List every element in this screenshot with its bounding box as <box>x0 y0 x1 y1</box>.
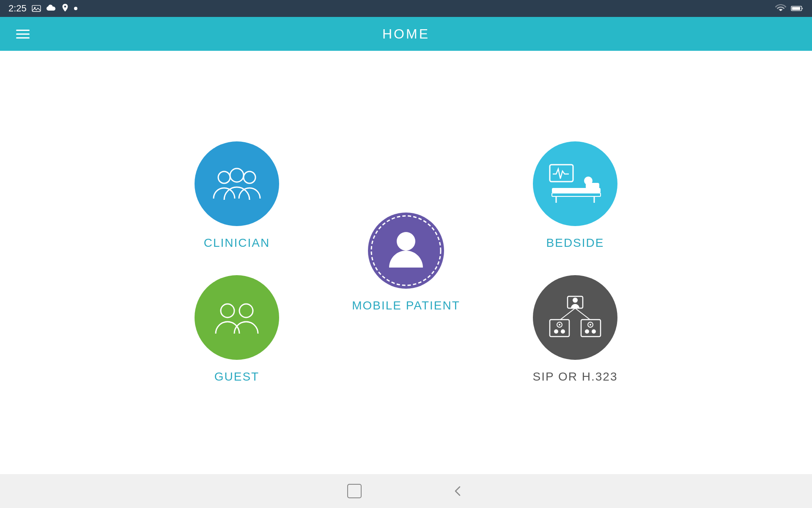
hamburger-menu[interactable] <box>13 26 33 42</box>
svg-line-20 <box>560 308 575 320</box>
mobile-patient-label: MOBILE PATIENT <box>352 299 460 312</box>
cloud-icon <box>46 5 56 12</box>
bedside-icon <box>548 163 603 205</box>
sip-icon <box>548 294 603 341</box>
svg-point-31 <box>590 324 591 326</box>
mobile-patient-circle <box>368 213 444 289</box>
sip-label: SIP OR H.323 <box>533 370 618 384</box>
svg-rect-3 <box>792 7 800 10</box>
sip-circle <box>533 275 617 360</box>
main-content: CLINICIAN MOBILE PATIENT <box>0 51 812 474</box>
svg-line-21 <box>575 308 590 320</box>
svg-rect-32 <box>348 484 361 498</box>
bedside-circle <box>533 141 617 226</box>
clinician-circle <box>195 141 279 226</box>
nav-bar: HOME <box>0 17 812 51</box>
svg-point-6 <box>230 168 244 182</box>
clinician-label: CLINICIAN <box>204 236 270 250</box>
clinician-icon <box>211 163 262 205</box>
bottom-bar <box>0 474 812 508</box>
svg-point-26 <box>561 329 565 334</box>
svg-rect-13 <box>552 193 601 196</box>
svg-point-16 <box>221 304 234 318</box>
battery-icon <box>791 5 804 12</box>
options-grid: CLINICIAN MOBILE PATIENT <box>152 141 660 384</box>
guest-icon <box>211 296 262 339</box>
home-button[interactable] <box>345 482 364 500</box>
svg-point-5 <box>244 171 255 183</box>
time-display: 2:25 <box>8 3 27 14</box>
nav-title: HOME <box>382 26 430 42</box>
svg-point-29 <box>592 329 596 334</box>
image-icon <box>32 5 41 12</box>
status-right <box>775 4 804 13</box>
bedside-option[interactable]: BEDSIDE <box>533 141 617 250</box>
sip-option[interactable]: SIP OR H.323 <box>533 275 618 384</box>
back-button[interactable] <box>448 482 467 500</box>
location-icon <box>61 4 69 13</box>
svg-point-8 <box>397 232 415 251</box>
svg-point-19 <box>573 298 578 303</box>
clinician-option[interactable]: CLINICIAN <box>195 141 279 250</box>
svg-point-12 <box>584 177 593 185</box>
guest-option[interactable]: GUEST <box>195 275 279 384</box>
dot-indicator <box>74 7 77 10</box>
mobile-patient-option[interactable]: MOBILE PATIENT <box>352 213 460 312</box>
svg-point-24 <box>559 324 560 326</box>
svg-point-25 <box>554 329 558 334</box>
status-bar: 2:25 <box>0 0 812 17</box>
back-arrow-icon <box>451 485 464 497</box>
svg-point-4 <box>218 171 230 183</box>
svg-rect-0 <box>32 6 41 11</box>
bedside-label: BEDSIDE <box>546 236 604 250</box>
home-square-icon <box>346 483 363 500</box>
status-left: 2:25 <box>8 3 77 14</box>
guest-label: GUEST <box>214 370 259 384</box>
svg-point-28 <box>585 329 589 334</box>
guest-circle <box>195 275 279 360</box>
svg-point-17 <box>239 304 253 318</box>
mobile-patient-icon <box>368 213 444 289</box>
wifi-icon <box>775 4 787 13</box>
